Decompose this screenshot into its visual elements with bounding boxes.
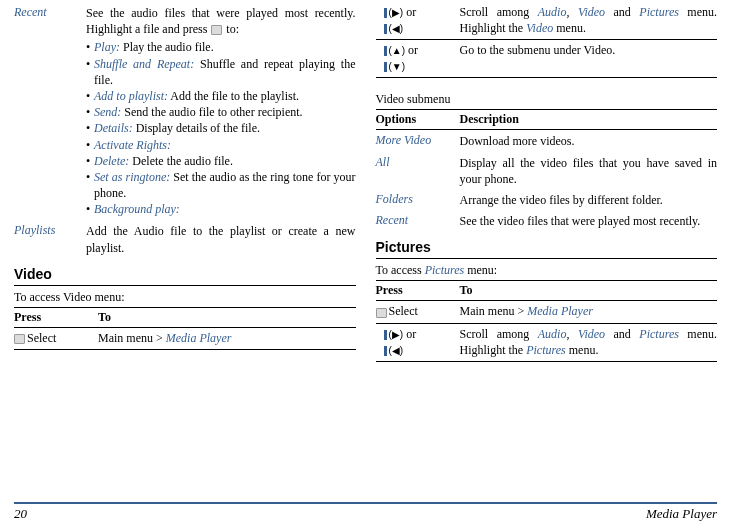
key-icon <box>211 25 222 35</box>
pictures-select-row: Select Main menu > Media Player <box>376 304 718 320</box>
recent-label: Recent <box>14 5 86 217</box>
right-column: (▶) or(◀) Scroll among Audio, Video and … <box>376 5 718 485</box>
chapter-name: Media Player <box>646 506 717 522</box>
left-column: Recent See the audio files that were pla… <box>14 5 356 485</box>
select-key-icon <box>376 308 387 318</box>
playlists-label: Playlists <box>14 223 86 255</box>
video-submenu-title: Video submenu <box>376 92 718 107</box>
page-number: 20 <box>14 506 27 522</box>
video-title: Video <box>14 266 356 282</box>
pictures-press-header: Press To <box>376 283 718 298</box>
playlists-desc: Add the Audio file to the playlist or cr… <box>86 223 356 255</box>
select-key-icon <box>14 334 25 344</box>
options-header: Options Description <box>376 112 718 127</box>
nav-up-down: (▲) or(▼) Go to the submenu under Video. <box>376 43 718 74</box>
recent-row: Recent See the audio files that were pla… <box>14 5 356 217</box>
playlists-row: Playlists Add the Audio file to the play… <box>14 223 356 255</box>
recent-desc-post: to: <box>226 22 239 36</box>
video-subhead: To access Video menu: <box>14 290 356 305</box>
pictures-nav-row: (▶) or(◀) Scroll among Audio, Video and … <box>376 327 718 358</box>
pictures-title: Pictures <box>376 239 718 255</box>
recent-desc: See the audio files that were played mos… <box>86 5 356 217</box>
footer: 20 Media Player <box>14 502 717 522</box>
nav-left-right: (▶) or(◀) Scroll among Audio, Video and … <box>376 5 718 36</box>
select-row: Select Main menu > Media Player <box>14 331 356 347</box>
bullet-list: •Play: Play the audio file. •Shuffle and… <box>86 39 356 217</box>
pictures-subhead: To access Pictures menu: <box>376 263 718 278</box>
press-header: Press To <box>14 310 356 325</box>
